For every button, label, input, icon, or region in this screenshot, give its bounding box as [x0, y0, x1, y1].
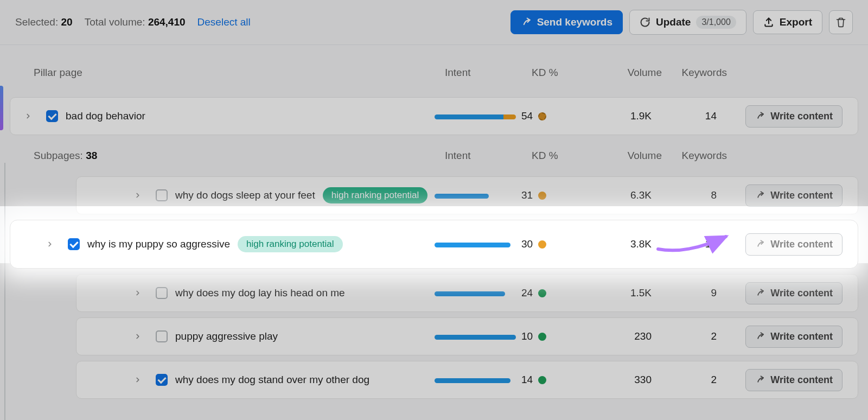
header-title: Pillar page	[34, 67, 82, 79]
row-checkbox[interactable]	[156, 189, 168, 201]
volume-value: 6.3K	[581, 189, 652, 201]
write-content-button[interactable]: Write content	[745, 105, 843, 128]
arrow-icon	[755, 288, 765, 298]
row-checkbox[interactable]	[68, 238, 80, 250]
delete-button[interactable]	[829, 10, 853, 34]
table-row[interactable]: why does my dog lay his head on me 24 1.…	[76, 274, 858, 312]
kd-value: 54	[521, 110, 533, 122]
arrow-icon	[755, 332, 765, 341]
row-checkbox[interactable]	[156, 374, 168, 386]
write-content-button[interactable]: Write content	[745, 326, 843, 348]
table-row[interactable]: puppy aggressive play 10 230 2 Write con…	[76, 317, 858, 355]
row-checkbox[interactable]	[46, 110, 58, 122]
row-title: why does my dog stand over my other dog	[175, 374, 369, 386]
total-volume: Total volume: 264,410	[85, 16, 186, 28]
expand-icon[interactable]	[134, 333, 145, 340]
row-checkbox[interactable]	[156, 330, 168, 342]
keywords-count: 8	[652, 189, 717, 201]
kd-indicator-icon	[538, 192, 546, 200]
top-toolbar: Selected: 20 Total volume: 264,410 Desel…	[0, 0, 868, 45]
intent-bar	[435, 194, 489, 199]
export-icon	[763, 17, 774, 28]
kd-value: 14	[521, 374, 533, 386]
expand-icon[interactable]	[134, 376, 145, 384]
arrow-icon	[755, 190, 765, 200]
row-title: puppy aggressive play	[175, 330, 278, 342]
intent-bar	[435, 378, 510, 383]
write-content-button[interactable]: Write content	[745, 282, 843, 304]
row-checkbox[interactable]	[156, 287, 168, 299]
row-title: why does my dog lay his head on me	[175, 287, 345, 299]
table-row[interactable]: why does my dog stand over my other dog …	[76, 361, 858, 399]
kd-indicator-icon	[538, 240, 546, 249]
update-button[interactable]: Update 3/1,000	[629, 10, 746, 35]
kd-indicator-icon	[538, 333, 546, 341]
keywords-count: 18	[652, 238, 717, 250]
expand-icon[interactable]	[46, 240, 57, 248]
header-intent: Intent	[445, 67, 532, 79]
volume-value: 1.5K	[581, 287, 652, 299]
volume-value: 230	[581, 330, 652, 342]
intent-bar	[435, 114, 516, 119]
table-row[interactable]: why do dogs sleep at your feet high rank…	[76, 176, 858, 214]
intent-bar	[435, 243, 510, 247]
keywords-count: 2	[652, 330, 717, 342]
arrow-icon	[755, 111, 765, 121]
arrow-icon	[755, 375, 765, 385]
send-arrow-icon	[521, 17, 532, 28]
column-headers: Pillar page Intent KD % Volume Keywords	[0, 54, 868, 92]
row-title: why is my puppy so aggressive	[87, 238, 230, 250]
header-volume: Volume	[591, 67, 662, 79]
send-keywords-button[interactable]: Send keywords	[510, 10, 623, 34]
update-quota-badge: 3/1,000	[696, 16, 736, 29]
kd-value: 30	[521, 238, 533, 250]
deselect-all-link[interactable]: Deselect all	[197, 16, 251, 28]
kd-value: 24	[521, 287, 533, 299]
pillar-row[interactable]: bad dog behavior 54 1.9K 14 Write conten…	[10, 97, 858, 135]
kd-indicator-icon	[538, 376, 546, 384]
expand-icon[interactable]	[24, 112, 35, 120]
keywords-count: 9	[652, 287, 717, 299]
header-keywords: Keywords	[662, 67, 727, 79]
volume-value: 3.8K	[581, 238, 652, 250]
selected-count: Selected: 20	[15, 16, 73, 28]
subpages-header: Subpages: 38 Intent KD % Volume Keywords	[0, 141, 868, 171]
volume-value: 330	[581, 374, 652, 386]
expand-icon[interactable]	[134, 192, 145, 199]
arrow-icon	[755, 239, 765, 249]
kd-indicator-icon	[538, 289, 546, 297]
ranking-potential-badge: high ranking potential	[238, 236, 343, 252]
expand-icon[interactable]	[134, 289, 145, 297]
write-content-button[interactable]: Write content	[745, 184, 843, 207]
table-row[interactable]: why is my puppy so aggressive high ranki…	[10, 220, 858, 269]
export-button[interactable]: Export	[753, 10, 822, 34]
intent-bar	[435, 291, 505, 296]
write-content-button[interactable]: Write content	[745, 369, 843, 391]
trash-icon	[835, 17, 846, 28]
keywords-count: 14	[652, 110, 717, 122]
volume-value: 1.9K	[581, 110, 652, 122]
kd-indicator-icon	[538, 112, 546, 120]
row-title: why do dogs sleep at your feet	[175, 189, 315, 201]
kd-value: 10	[521, 330, 533, 342]
pillar-title: bad dog behavior	[66, 110, 145, 122]
intent-bar	[435, 335, 516, 340]
write-content-button[interactable]: Write content	[745, 233, 843, 256]
kd-value: 31	[521, 189, 533, 201]
header-kd: KD %	[532, 67, 591, 79]
refresh-icon	[640, 17, 650, 28]
keywords-count: 2	[652, 374, 717, 386]
ranking-potential-badge: high ranking potential	[323, 187, 428, 203]
